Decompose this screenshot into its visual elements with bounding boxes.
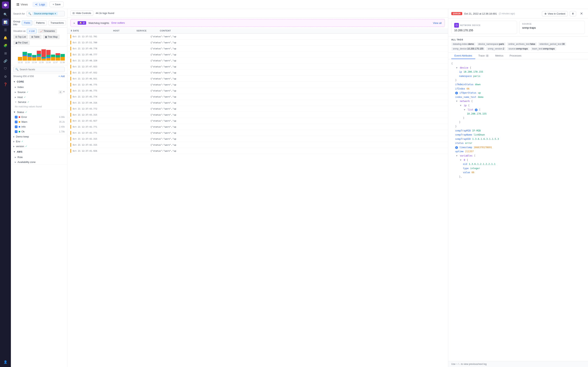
share-button[interactable]: ⬆	[570, 11, 576, 16]
vis-timeseries-button[interactable]: 📈 Timeseries	[38, 29, 57, 33]
checkbox-ok[interactable]	[15, 130, 17, 133]
facet-version[interactable]: ▶ version ✓	[11, 144, 67, 149]
save-button[interactable]: + Save	[50, 1, 63, 7]
view-all-link[interactable]: View all	[433, 22, 441, 25]
facet-env[interactable]: ▶ Env ✓	[11, 139, 67, 144]
facet-group-aws-header[interactable]: ▼ AWS	[11, 149, 67, 155]
facet-status[interactable]: ▼ Status ✓	[11, 110, 67, 115]
facets-search-input[interactable]: 🔍	[13, 67, 65, 72]
facet-source[interactable]: ▶ Source ✓ ⊟ ✕	[11, 90, 67, 95]
log-row[interactable]: Oct 21 12:37:42.927 {"status":"warn","up	[67, 118, 448, 124]
log-row[interactable]: Oct 21 12:37:51.780 {"status":"warn","up	[67, 40, 448, 46]
insights-chevron[interactable]: ▶	[74, 22, 75, 24]
tag-snmp-device[interactable]: snmp_device:10.200.170.155	[451, 47, 485, 50]
group-transactions-button[interactable]: Transactions	[48, 21, 66, 25]
warn-count: 35.2k	[59, 121, 65, 123]
tab-views[interactable]: Views	[14, 2, 30, 7]
log-row[interactable]: Oct 21 12:37:46.931 {"status":"warn","up	[67, 76, 448, 82]
info-icon[interactable]: i	[475, 108, 477, 111]
facet-env-label: Env	[16, 140, 20, 143]
sidebar-icon-link[interactable]: 🔗	[2, 58, 9, 65]
log-content: {"status":"warn","up	[150, 150, 445, 152]
log-row[interactable]: Oct 21 12:37:45.774 {"status":"warn","up	[67, 94, 448, 100]
tab-metrics[interactable]: Metrics	[492, 53, 507, 59]
checkbox-info[interactable]	[15, 125, 17, 128]
sidebar-icon-dashboard[interactable]: 📊	[2, 19, 9, 26]
tag-source[interactable]: source:snmp-traps	[507, 47, 529, 50]
sidebar-icon-search[interactable]: 🔍	[2, 11, 9, 18]
log-row[interactable]: Oct 21 12:37:42.315 {"status":"warn","up	[67, 142, 448, 148]
ok-count: 1.79k	[59, 130, 65, 133]
sidebar-icon-shield[interactable]: 🛡	[2, 65, 9, 72]
group-fields-button[interactable]: Fields	[22, 21, 32, 25]
log-row[interactable]: Oct 21 12:37:46.775 {"status":"warn","up	[67, 82, 448, 88]
add-facet-button[interactable]: + Add	[59, 75, 65, 78]
tag-datadog-index[interactable]: datadog.index:demo	[451, 42, 476, 46]
info-icon[interactable]: i	[455, 146, 458, 149]
hide-controls-button[interactable]: ⊟ Hide Controls	[70, 10, 93, 16]
log-row[interactable]: Oct 21 12:37:48.777 {"status":"warn","up	[67, 52, 448, 58]
sidebar-icon-grid[interactable]: ⊞	[2, 50, 9, 57]
vis-treemap-button[interactable]: ▦ Tree Map	[43, 34, 60, 39]
sidebar-icon-user[interactable]: 👤	[2, 359, 9, 366]
facet-group-core-header[interactable]: ▼ CORE	[11, 79, 67, 85]
tag-team-test[interactable]: team_test:snmp-traps	[531, 47, 556, 50]
facet-status-warn[interactable]: Warn 35.2k	[11, 119, 67, 124]
log-row[interactable]: Oct 21 12:37:41.926 {"status":"warn","up	[67, 148, 448, 154]
sidebar-icon-settings[interactable]: ⚙	[2, 73, 9, 80]
facet-availability-zone[interactable]: ▶ Availability zone	[11, 160, 67, 165]
tab-logs[interactable]: Logs	[33, 2, 47, 7]
log-row[interactable]: Oct 21 12:37:49.778 {"status":"warn","up	[67, 46, 448, 52]
tag-snmp-version[interactable]: snmp_version:2	[486, 47, 506, 50]
log-row[interactable]: Oct 21 12:37:42.315 {"status":"warn","up	[67, 136, 448, 142]
log-row[interactable]: Oct 21 12:37:52.781 {"status":"warn","up	[67, 33, 448, 40]
close-button[interactable]: ✕	[578, 11, 585, 16]
tag-retention-period[interactable]: retention_period_test:30	[538, 42, 566, 46]
log-row[interactable]: Oct 21 12:37:43.772 {"status":"warn","up	[67, 106, 448, 112]
search-input-wrap[interactable]: 🔍 Source:snmp-traps ×	[26, 11, 65, 16]
facet-service[interactable]: ▼ Service ✓	[11, 100, 67, 104]
tag-online-archives[interactable]: online_archives_test:false	[507, 42, 537, 46]
sidebar-icon-puzzle[interactable]: 🧩	[2, 42, 9, 49]
facets-search-field[interactable]	[20, 68, 63, 71]
clear-source-icon[interactable]: ✕	[63, 91, 65, 94]
facet-demo-keep[interactable]: ▶ Demo keep	[11, 134, 67, 139]
svg-rect-4	[18, 5, 19, 6]
group-patterns-button[interactable]: Patterns	[34, 21, 47, 25]
vis-table-button[interactable]: ⊞ Table	[29, 34, 42, 39]
app-logo[interactable]	[2, 1, 9, 8]
facet-index[interactable]: ▶ Index	[11, 85, 67, 90]
log-row[interactable]: Oct 21 12:37:42.771 {"status":"warn","up	[67, 124, 448, 130]
sidebar-icon-help[interactable]: ❓	[2, 81, 9, 88]
facets-search-icon: 🔍	[15, 68, 18, 71]
log-row[interactable]: Oct 21 12:37:46.775 {"status":"warn","up	[67, 88, 448, 94]
log-row[interactable]: Oct 21 12:37:44.316 {"status":"warn","up	[67, 100, 448, 106]
vis-list-button[interactable]: ≡ List	[27, 29, 37, 33]
sidebar-icon-bell[interactable]: 🔔	[2, 34, 9, 41]
facet-host[interactable]: ▶ Host ✓	[11, 95, 67, 100]
filter-icon[interactable]: ⊟	[59, 91, 62, 94]
info-icon[interactable]: i	[455, 92, 458, 94]
showing-text: Showing 656 of 656	[13, 75, 34, 78]
log-row[interactable]: Oct 21 12:37:48.320 {"status":"warn","up	[67, 58, 448, 64]
checkbox-warn[interactable]	[15, 121, 17, 123]
vis-toplist-button[interactable]: ⊟ Top List	[13, 34, 28, 39]
log-row[interactable]: Oct 21 12:37:42.771 {"status":"warn","up	[67, 130, 448, 136]
filter-remove-icon[interactable]: ×	[54, 12, 56, 15]
log-row[interactable]: Oct 21 12:37:47.932 {"status":"warn","up	[67, 70, 448, 76]
checkbox-error[interactable]	[15, 116, 17, 118]
tag-device-namespace[interactable]: device_namespace:paris	[477, 42, 506, 46]
sidebar-icon-list[interactable]: ☰	[2, 26, 9, 33]
facet-status-error[interactable]: Error 4.98k	[11, 115, 67, 119]
tab-processes[interactable]: Processes	[507, 53, 525, 59]
log-row[interactable]: Oct 21 12:37:43.315 {"status":"warn","up	[67, 112, 448, 118]
view-context-button[interactable]: ⊕ View in Context	[542, 11, 568, 16]
tab-trace[interactable]: Trace 0	[475, 53, 492, 59]
group-into-bar: Group into Fields Patterns Transactions	[11, 18, 67, 28]
facet-status-ok[interactable]: Ok 1.79k	[11, 129, 67, 134]
vis-piechart-button[interactable]: ◕ Pie Chart	[13, 40, 30, 45]
tab-event-attributes[interactable]: Event Attributes	[451, 53, 475, 59]
facet-status-info[interactable]: Info 2.40k	[11, 124, 67, 129]
log-row[interactable]: Oct 21 12:37:47.933 {"status":"warn","up	[67, 64, 448, 70]
facet-role[interactable]: ▶ Role	[11, 155, 67, 160]
